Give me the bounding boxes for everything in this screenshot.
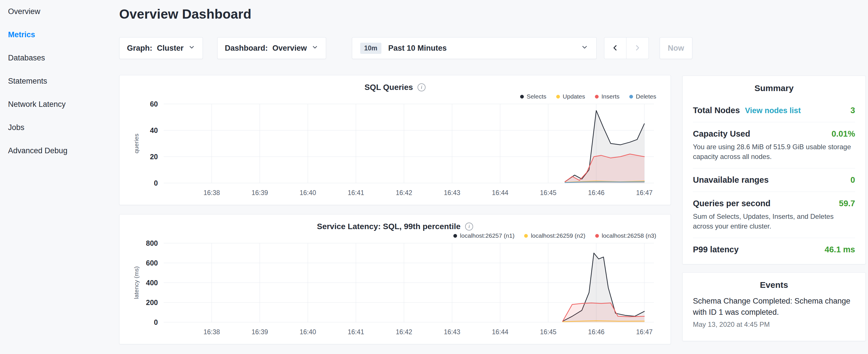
chevron-down-icon <box>311 44 318 53</box>
svg-text:400: 400 <box>146 279 158 287</box>
legend-dot-deletes <box>629 95 633 99</box>
summary-row-p99-latency: P99 latency 46.1 ms <box>693 238 855 261</box>
legend-dot-updates <box>556 95 560 99</box>
legend-item: Deletes <box>629 93 656 100</box>
legend-dot-n1 <box>453 234 457 238</box>
view-nodes-link[interactable]: View nodes list <box>745 106 801 115</box>
chart-title: Service Latency: SQL, 99th percentile <box>317 222 461 231</box>
svg-text:16:47: 16:47 <box>636 189 653 196</box>
svg-text:16:44: 16:44 <box>492 189 508 196</box>
svg-text:16:40: 16:40 <box>300 328 316 336</box>
summary-value: 0 <box>850 175 855 185</box>
legend-item: Inserts <box>595 93 620 100</box>
svg-text:800: 800 <box>146 240 158 247</box>
legend-label: localhost:26259 (n2) <box>531 232 585 239</box>
legend-item: Updates <box>556 93 585 100</box>
main-content: Overview Dashboard Graph: Cluster Dashbo… <box>115 0 671 344</box>
time-prev-button[interactable] <box>604 37 626 59</box>
svg-text:16:43: 16:43 <box>444 328 461 336</box>
event-text: Schema Change Completed: Schema change w… <box>693 296 855 318</box>
summary-label: Queries per second <box>693 199 771 208</box>
svg-text:16:46: 16:46 <box>588 189 604 196</box>
chevron-right-icon <box>633 44 641 53</box>
time-controls: 10m Past 10 Minutes <box>352 37 692 59</box>
summary-title: Summary <box>693 83 855 99</box>
legend-dot-inserts <box>595 95 599 99</box>
dashboard-dropdown[interactable]: Dashboard: Overview <box>217 37 326 59</box>
chart-legend: localhost:26257 (n1) localhost:26259 (n2… <box>126 232 656 239</box>
summary-value: 3 <box>850 106 855 115</box>
summary-panel: Summary Total Nodes View nodes list 3 Ca… <box>682 75 866 264</box>
summary-label: P99 latency <box>693 245 739 254</box>
chevron-down-icon <box>581 43 588 53</box>
legend-item: localhost:26257 (n1) <box>453 232 515 239</box>
legend-item: localhost:26259 (n2) <box>524 232 585 239</box>
summary-label: Total Nodes <box>693 106 740 115</box>
info-icon[interactable]: i <box>417 83 426 91</box>
sidebar: Overview Metrics Databases Statements Ne… <box>0 0 115 162</box>
chevron-left-icon <box>611 44 619 53</box>
svg-text:40: 40 <box>150 126 158 134</box>
svg-text:16:42: 16:42 <box>396 328 412 336</box>
graph-dropdown-label: Graph: <box>127 44 152 53</box>
summary-label: Unavailable ranges <box>693 175 769 185</box>
service-latency-chart[interactable]: 16:3816:3916:4016:4116:4216:4316:4416:45… <box>126 240 664 340</box>
svg-text:16:42: 16:42 <box>396 189 412 196</box>
time-pager <box>604 37 649 59</box>
summary-value: 46.1 ms <box>825 245 855 254</box>
sidebar-item-databases[interactable]: Databases <box>8 46 115 70</box>
right-sidebar: Summary Total Nodes View nodes list 3 Ca… <box>682 75 866 341</box>
svg-text:600: 600 <box>146 259 158 267</box>
dashboard-dropdown-label: Dashboard: <box>225 44 268 53</box>
svg-text:16:45: 16:45 <box>540 328 557 336</box>
legend-item: localhost:26258 (n3) <box>595 232 656 239</box>
summary-description: Sum of Selects, Updates, Inserts, and De… <box>693 212 855 231</box>
sidebar-item-metrics[interactable]: Metrics <box>8 23 115 46</box>
svg-text:200: 200 <box>146 298 158 307</box>
graph-dropdown-value: Cluster <box>157 44 184 53</box>
sidebar-item-overview[interactable]: Overview <box>8 0 115 23</box>
svg-text:16:46: 16:46 <box>588 328 604 336</box>
time-next-button[interactable] <box>626 37 649 59</box>
summary-description: You are using 28.6 MiB of 515.9 GiB usab… <box>693 142 855 161</box>
svg-text:queries: queries <box>133 134 140 154</box>
sidebar-item-network-latency[interactable]: Network Latency <box>8 93 115 116</box>
service-latency-chart-card: Service Latency: SQL, 99th percentile i … <box>119 214 671 344</box>
legend-item: Selects <box>520 93 547 100</box>
summary-value: 59.7 <box>839 199 855 208</box>
summary-row-capacity-used: Capacity Used 0.01% You are using 28.6 M… <box>693 122 855 168</box>
sidebar-item-jobs[interactable]: Jobs <box>8 116 115 139</box>
dashboard-dropdown-value: Overview <box>273 44 307 53</box>
summary-label: Capacity Used <box>693 129 750 139</box>
time-window-label: Past 10 Minutes <box>388 44 447 53</box>
svg-text:16:39: 16:39 <box>252 189 268 196</box>
svg-text:20: 20 <box>150 153 158 161</box>
svg-text:16:40: 16:40 <box>300 189 316 196</box>
dashboard-controls: Graph: Cluster Dashboard: Overview 10m P… <box>119 37 671 59</box>
graph-dropdown[interactable]: Graph: Cluster <box>119 37 203 59</box>
svg-text:16:38: 16:38 <box>204 328 220 336</box>
legend-label: localhost:26258 (n3) <box>602 232 656 239</box>
sql-queries-chart-card: SQL Queries i Selects Updates Inserts <box>119 75 671 205</box>
sidebar-item-statements[interactable]: Statements <box>8 70 115 93</box>
legend-dot-selects <box>520 95 524 99</box>
time-window-dropdown[interactable]: 10m Past 10 Minutes <box>352 37 597 59</box>
info-icon[interactable]: i <box>465 223 473 231</box>
app: Overview Metrics Databases Statements Ne… <box>0 0 868 354</box>
svg-text:16:41: 16:41 <box>348 328 364 336</box>
summary-row-total-nodes: Total Nodes View nodes list 3 <box>693 99 855 122</box>
legend-label: Updates <box>563 93 585 100</box>
event-item[interactable]: Schema Change Completed: Schema change w… <box>693 296 855 328</box>
summary-value: 0.01% <box>832 129 855 139</box>
now-button[interactable]: Now <box>660 37 692 59</box>
sidebar-item-advanced-debug[interactable]: Advanced Debug <box>8 139 115 162</box>
page-title: Overview Dashboard <box>119 6 671 22</box>
svg-text:16:44: 16:44 <box>492 328 508 336</box>
chart-legend: Selects Updates Inserts Deletes <box>126 93 656 100</box>
svg-text:60: 60 <box>150 100 158 108</box>
svg-text:16:38: 16:38 <box>204 189 220 196</box>
legend-dot-n3 <box>595 234 599 238</box>
svg-text:16:43: 16:43 <box>444 189 461 196</box>
sql-queries-chart[interactable]: 16:3816:3916:4016:4116:4216:4316:4416:45… <box>126 100 664 201</box>
events-panel: Events Schema Change Completed: Schema c… <box>682 272 866 341</box>
